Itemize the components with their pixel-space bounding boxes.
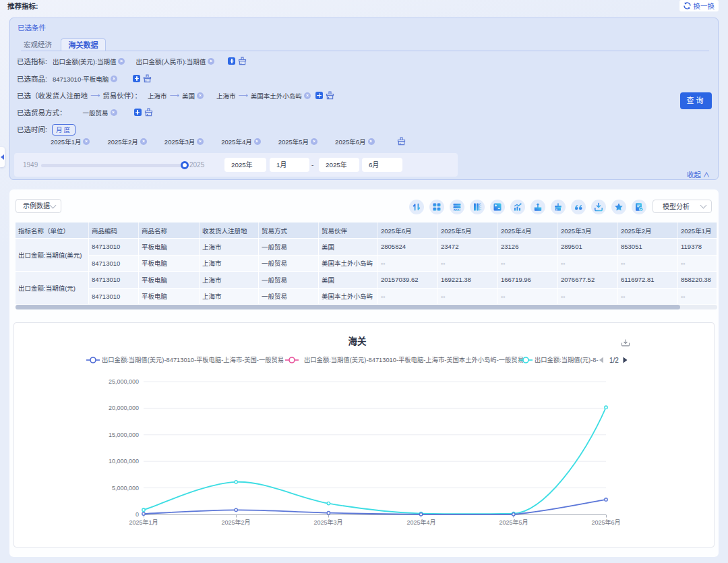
svg-text:出口金额:当期值(美元)-84713010-平板电脑-上海市: 出口金额:当期值(美元)-84713010-平板电脑-上海市-美国-一般贸易 bbox=[102, 356, 284, 363]
svg-text:20,000,000: 20,000,000 bbox=[109, 405, 139, 411]
svg-text:2025年3月: 2025年3月 bbox=[313, 518, 342, 526]
svg-text:2025年1月: 2025年1月 bbox=[129, 518, 158, 526]
svg-text:5,000,000: 5,000,000 bbox=[112, 485, 139, 492]
svg-text:出口金额:当期值(美元)-84713010-平板电脑-上海市: 出口金额:当期值(美元)-84713010-平板电脑-上海市-美国本土外小岛屿-… bbox=[304, 356, 524, 363]
svg-text:25,000,000: 25,000,000 bbox=[109, 378, 139, 385]
svg-text:10,000,000: 10,000,000 bbox=[109, 458, 139, 465]
svg-text:2025年5月: 2025年5月 bbox=[499, 518, 528, 526]
svg-text:2025年2月: 2025年2月 bbox=[221, 518, 250, 526]
svg-text:2025年4月: 2025年4月 bbox=[406, 518, 435, 526]
svg-text:2025年6月: 2025年6月 bbox=[591, 518, 620, 526]
svg-text:15,000,000: 15,000,000 bbox=[109, 432, 139, 438]
svg-text:0: 0 bbox=[135, 511, 139, 518]
svg-text:出口金额:当期值(元)-8-: 出口金额:当期值(元)-8- bbox=[535, 356, 599, 363]
svg-text:1/2: 1/2 bbox=[609, 357, 619, 364]
